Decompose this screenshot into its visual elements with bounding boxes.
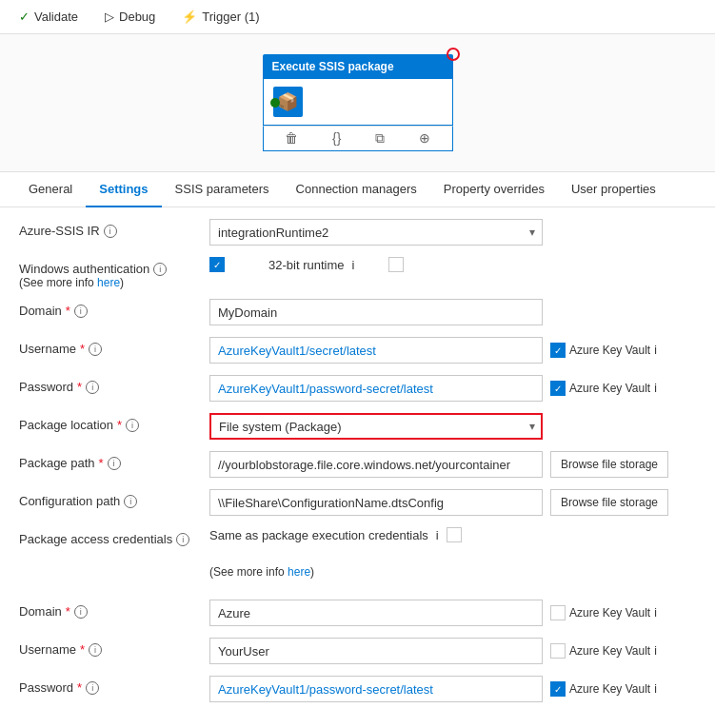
username-azure-kv-info[interactable]: i	[654, 344, 657, 357]
domain2-input[interactable]	[209, 600, 543, 626]
card-title: Execute SSIS package	[272, 60, 394, 73]
configuration-path-info-icon[interactable]: i	[124, 495, 137, 508]
password-azure-kv-info[interactable]: i	[654, 382, 657, 395]
trigger-label: Trigger (1)	[202, 10, 259, 24]
password2-info-icon[interactable]: i	[86, 681, 99, 695]
domain2-label: Domain * i	[19, 600, 209, 619]
code-icon[interactable]: {}	[332, 130, 341, 147]
password2-azure-kv-checkbox[interactable]: ✓	[550, 681, 566, 697]
package-path-input[interactable]	[209, 451, 543, 478]
username2-label: Username * i	[19, 638, 209, 657]
card-activity-label: Execute SSIS package1	[310, 88, 442, 116]
package-access-credentials-row: Package access credentials i Same as pac…	[19, 527, 696, 556]
copy-icon[interactable]: ⧉	[375, 130, 385, 147]
runtime-checkbox[interactable]	[388, 257, 404, 272]
password2-input[interactable]	[209, 676, 543, 702]
password-info-icon[interactable]: i	[86, 381, 99, 394]
card-body: 📦 Execute SSIS package1	[263, 79, 453, 126]
password2-label: Password * i	[19, 676, 209, 695]
trigger-button[interactable]: ⚡ Trigger (1)	[178, 8, 263, 26]
azure-ssis-ir-select-wrapper: integrationRuntime2	[209, 219, 543, 246]
package-location-label: Package location * i	[19, 413, 209, 432]
validate-button[interactable]: ✓ Validate	[15, 8, 82, 26]
package-location-select[interactable]: File system (Package) SSISDB File system…	[209, 413, 543, 440]
configuration-path-input[interactable]	[209, 489, 543, 516]
username2-azure-kv-checkbox[interactable]	[550, 643, 566, 659]
tab-user-properties[interactable]: User properties	[558, 172, 669, 207]
credentials-info-icon[interactable]: i	[436, 528, 439, 542]
delete-icon[interactable]: 🗑	[285, 130, 298, 147]
package-access-info-icon[interactable]: i	[176, 533, 189, 546]
username-row: Username * i ✓ Azure Key Vault i	[19, 337, 696, 365]
green-dot	[270, 98, 280, 108]
azure-ssis-ir-row: Azure-SSIS IR i integrationRuntime2	[19, 219, 696, 247]
azure-ssis-ir-control: integrationRuntime2	[209, 219, 696, 246]
password2-row: Password * i ✓ Azure Key Vault i	[19, 676, 696, 704]
domain2-azure-kv-checkbox[interactable]	[550, 605, 566, 620]
azure-ssis-ir-label: Azure-SSIS IR i	[19, 219, 209, 238]
settings-form: Azure-SSIS IR i integrationRuntime2 Wind…	[0, 207, 715, 725]
username2-info-icon[interactable]: i	[89, 643, 102, 657]
configuration-path-control: Browse file storage	[209, 489, 696, 516]
username-control: ✓ Azure Key Vault i	[209, 337, 696, 364]
configuration-path-row: Configuration path i Browse file storage	[19, 489, 696, 518]
see-more-info-row: (See more info here)	[19, 565, 696, 594]
credentials-checkbox[interactable]	[447, 527, 462, 542]
configuration-path-label: Configuration path i	[19, 489, 209, 508]
windows-auth-here-link[interactable]: here	[97, 276, 120, 289]
tab-ssis-parameters[interactable]: SSIS parameters	[162, 172, 283, 207]
validate-icon: ✓	[19, 10, 30, 24]
tab-property-overrides[interactable]: Property overrides	[430, 172, 558, 207]
see-more-info-text: (See more info	[209, 565, 285, 579]
password2-azure-kv-info[interactable]: i	[654, 682, 657, 696]
domain-info-icon[interactable]: i	[74, 305, 88, 318]
windows-auth-info-icon[interactable]: i	[153, 263, 167, 276]
package-path-label: Package path * i	[19, 451, 209, 470]
username2-input[interactable]	[209, 638, 543, 664]
debug-button[interactable]: ▷ Debug	[101, 8, 159, 26]
credentials-same-label: Same as package execution credentials	[209, 528, 428, 542]
username-input[interactable]	[209, 337, 543, 364]
password-azure-kv-checkbox[interactable]: ✓	[550, 381, 566, 396]
username-label: Username * i	[19, 337, 209, 356]
package-location-control: File system (Package) SSISDB File system…	[209, 413, 696, 440]
windows-auth-checkbox[interactable]: ✓	[209, 257, 225, 272]
password-input[interactable]	[209, 375, 543, 402]
domain2-control: Azure Key Vault i	[209, 600, 696, 626]
domain-input[interactable]	[209, 299, 543, 325]
debug-label: Debug	[119, 10, 155, 24]
tab-general[interactable]: General	[15, 172, 86, 207]
arrow-icon[interactable]: ⊕	[419, 130, 430, 147]
domain2-azure-kv-info[interactable]: i	[654, 606, 657, 620]
see-more-info-here-link[interactable]: here	[288, 565, 310, 579]
password-label: Password * i	[19, 375, 209, 394]
username2-azure-kv: Azure Key Vault i	[550, 643, 657, 659]
debug-icon: ▷	[105, 10, 114, 24]
azure-ssis-ir-select[interactable]: integrationRuntime2	[209, 219, 543, 246]
runtime-label: 32-bit runtime	[268, 258, 344, 272]
domain-row: Domain * i	[19, 299, 696, 327]
ssis-card: Execute SSIS package 📦 Execute SSIS pack…	[263, 54, 453, 151]
package-location-select-wrapper: File system (Package) SSISDB File system…	[209, 413, 543, 440]
domain2-info-icon[interactable]: i	[74, 605, 88, 619]
password2-control: ✓ Azure Key Vault i	[209, 676, 696, 702]
tab-connection-managers[interactable]: Connection managers	[283, 172, 430, 207]
configuration-path-browse-button[interactable]: Browse file storage	[550, 489, 668, 516]
runtime-info-icon[interactable]: i	[351, 258, 354, 272]
username2-azure-kv-info[interactable]: i	[654, 644, 657, 658]
red-circle-indicator	[447, 48, 460, 61]
package-location-info-icon[interactable]: i	[126, 419, 139, 432]
tab-settings[interactable]: Settings	[86, 172, 161, 207]
username-azure-kv: ✓ Azure Key Vault i	[550, 343, 657, 358]
package-path-browse-button[interactable]: Browse file storage	[550, 451, 668, 478]
package-path-info-icon[interactable]: i	[108, 457, 121, 470]
username-info-icon[interactable]: i	[89, 343, 102, 356]
package-access-credentials-label: Package access credentials i	[19, 527, 209, 546]
username-azure-kv-checkbox[interactable]: ✓	[550, 343, 566, 358]
package-access-credentials-control: Same as package execution credentials i	[209, 527, 696, 542]
canvas-area: Execute SSIS package 📦 Execute SSIS pack…	[0, 34, 715, 172]
azure-ssis-ir-info-icon[interactable]: i	[104, 225, 117, 238]
domain2-row: Domain * i Azure Key Vault i	[19, 600, 696, 628]
password2-azure-kv: ✓ Azure Key Vault i	[550, 681, 657, 697]
username2-row: Username * i Azure Key Vault i	[19, 638, 696, 666]
